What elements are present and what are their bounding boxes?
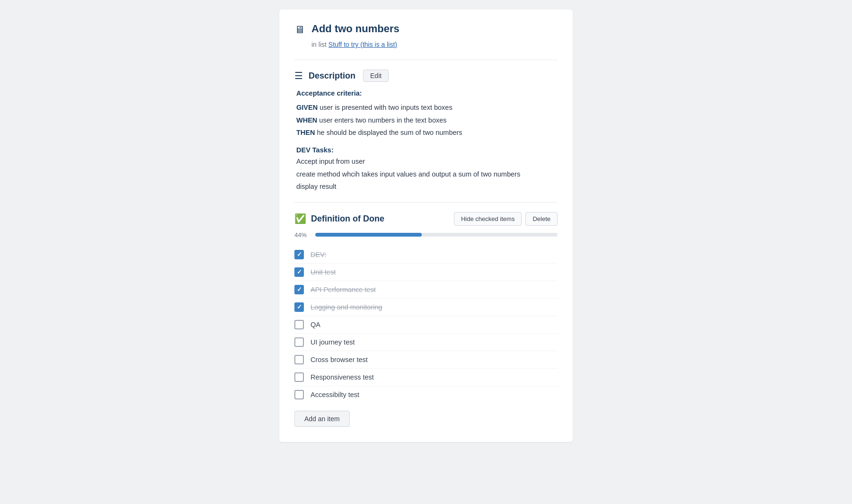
checkbox-5[interactable] (294, 337, 304, 347)
description-title: Description (309, 71, 355, 81)
card-title: Add two numbers (311, 23, 399, 35)
description-divider (294, 202, 558, 203)
acceptance-criteria-label: Acceptance criteria: (296, 89, 558, 97)
card-header: 🖥 Add two numbers (294, 23, 558, 36)
hide-checked-button[interactable]: Hide checked items (454, 212, 522, 226)
dod-title: Definition of Done (311, 214, 384, 224)
description-section-header: ☰ Description Edit (294, 70, 558, 82)
checklist-label-4: QA (311, 321, 320, 328)
edit-button[interactable]: Edit (363, 70, 389, 82)
checkbox-0[interactable] (294, 250, 304, 259)
checkbox-2[interactable] (294, 285, 304, 294)
checklist-label-6: Cross browser test (311, 356, 368, 363)
then-text: THEN he should be displayed the sum of t… (296, 127, 558, 139)
checkbox-3[interactable] (294, 302, 304, 312)
header-divider (294, 60, 558, 60)
checklist-item: Cross browser test (294, 351, 558, 369)
checklist-item: Accessibilty test (294, 386, 558, 403)
given-text: GIVEN user is presented with two inputs … (296, 102, 558, 114)
dev-task-1: Accept input from user (296, 156, 558, 168)
checklist-item: Unit test (294, 264, 558, 281)
checklist-item: Logging and monitoring (294, 299, 558, 316)
dev-task-3: display result (296, 181, 558, 193)
main-card: 🖥 Add two numbers in list Stuff to try (… (279, 9, 573, 442)
checklist-item: Responsiveness test (294, 369, 558, 386)
description-content: Acceptance criteria: GIVEN user is prese… (294, 89, 558, 193)
list-link[interactable]: Stuff to try (this is a list) (328, 41, 397, 48)
checklist-label-2: API Performance test (311, 286, 376, 293)
checklist-item: DEV: (294, 246, 558, 264)
checkbox-6[interactable] (294, 355, 304, 364)
progress-percent: 44% (294, 231, 310, 239)
checklist-label-5: UI journey test (311, 338, 355, 346)
dev-task-2: create method whcih takes input values a… (296, 168, 558, 180)
checklist-label-8: Accessibilty test (311, 391, 359, 398)
when-text: WHEN user enters two numbers in the text… (296, 115, 558, 126)
checkbox-4[interactable] (294, 320, 304, 329)
checklist-label-0: DEV: (311, 251, 326, 258)
progress-bar-fill (315, 233, 422, 237)
checklist-item: QA (294, 316, 558, 334)
add-item-button[interactable]: Add an item (294, 411, 350, 427)
progress-row: 44% (294, 231, 558, 239)
checklist-item: UI journey test (294, 334, 558, 351)
card-subtitle: in list Stuff to try (this is a list) (311, 41, 558, 48)
dod-title-area: ✅ Definition of Done (294, 213, 448, 224)
checklist-label-3: Logging and monitoring (311, 303, 382, 311)
checklist-item: API Performance test (294, 281, 558, 299)
monitor-icon: 🖥 (294, 24, 305, 36)
checklist-label-7: Responsiveness test (311, 373, 374, 381)
dev-tasks-label: DEV Tasks: (296, 146, 558, 154)
checklist-label-1: Unit test (311, 268, 336, 276)
checkbox-8[interactable] (294, 390, 304, 399)
dod-section-header: ✅ Definition of Done Hide checked items … (294, 212, 558, 226)
delete-button[interactable]: Delete (525, 212, 558, 226)
progress-bar-track (315, 233, 558, 237)
description-icon: ☰ (294, 70, 303, 81)
subtitle-prefix: in list (311, 41, 328, 48)
dod-actions: Hide checked items Delete (454, 212, 558, 226)
checklist: DEV:Unit testAPI Performance testLogging… (294, 246, 558, 403)
checkbox-1[interactable] (294, 267, 304, 277)
checkbox-7[interactable] (294, 372, 304, 382)
dev-tasks-section: DEV Tasks: Accept input from user create… (296, 146, 558, 193)
dod-icon: ✅ (294, 213, 306, 224)
